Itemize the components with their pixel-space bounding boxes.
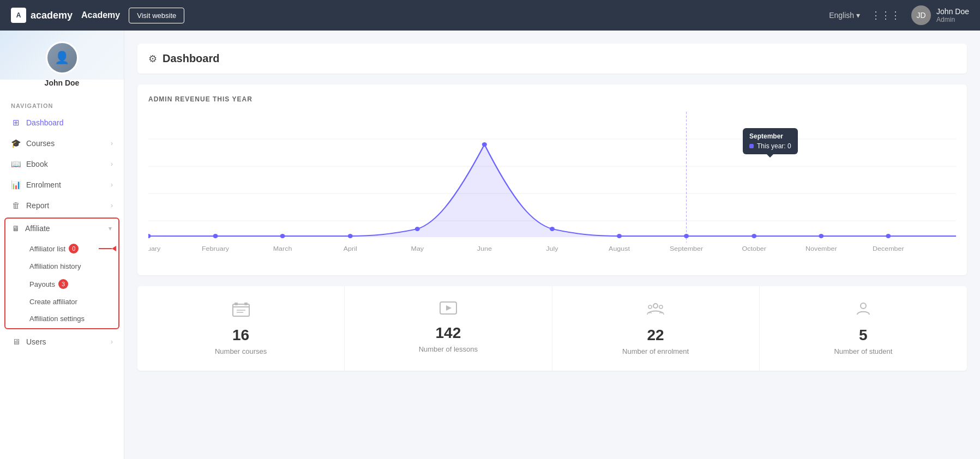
- svg-text:December: December: [873, 245, 904, 252]
- affiliation-history-label: Affiliation history: [29, 262, 81, 270]
- sidebar-item-label: Ebook: [26, 160, 48, 168]
- svg-text:July: July: [546, 245, 558, 252]
- grid-dots-icon[interactable]: ⋮⋮⋮: [871, 9, 900, 21]
- stats-row: 16 Number courses 142 Number of lessons: [137, 286, 967, 371]
- language-label: English: [829, 11, 854, 20]
- nav-section-label: NAVIGATION: [0, 96, 124, 112]
- red-arrow-indicator: [99, 246, 116, 251]
- lessons-stat-icon: [440, 301, 457, 318]
- chart-title: ADMIN REVENUE THIS YEAR: [148, 95, 956, 103]
- sidebar-item-dashboard[interactable]: ⊞ Dashboard: [0, 112, 124, 133]
- svg-text:January: January: [148, 245, 160, 252]
- svg-text:April: April: [344, 245, 357, 252]
- sidebar-item-affiliation-history[interactable]: Affiliation history: [5, 258, 118, 275]
- sidebar-item-users[interactable]: 🖥 Users ›: [0, 331, 124, 352]
- svg-point-11: [617, 234, 622, 238]
- sidebar-item-create-affiliator[interactable]: Create affiliator: [5, 293, 118, 310]
- sidebar-item-label: Enrolment: [26, 180, 61, 189]
- enrolment-stat-icon: [647, 301, 664, 320]
- logo-icon: A: [11, 8, 26, 23]
- svg-rect-32: [244, 303, 248, 305]
- page-title: Dashboard: [163, 52, 219, 65]
- user-info: JD John Doe Admin: [911, 5, 969, 25]
- sidebar-item-affiliation-settings[interactable]: Affiliation settings: [5, 310, 118, 327]
- affiliation-settings-label: Affiliation settings: [29, 315, 85, 323]
- courses-icon: 🎓: [11, 138, 21, 148]
- layout: 👤 John Doe NAVIGATION ⊞ Dashboard 🎓 Cour…: [0, 31, 980, 459]
- chevron-down-icon: ▾: [109, 225, 112, 232]
- chevron-down-icon: ▾: [856, 11, 860, 20]
- stat-enrolment: 22 Number of enrolment: [552, 286, 760, 371]
- sidebar-item-ebook[interactable]: 📖 Ebook ›: [0, 154, 124, 174]
- user-name: John Doe: [936, 7, 969, 16]
- students-stat-label: Number of student: [834, 347, 892, 355]
- svg-text:March: March: [273, 245, 292, 252]
- ebook-icon: 📖: [11, 159, 21, 169]
- sidebar-item-enrolment[interactable]: 📊 Enrolment ›: [0, 174, 124, 195]
- sidebar-profile: 👤 John Doe: [0, 31, 124, 96]
- chevron-right-icon: ›: [111, 140, 113, 147]
- svg-point-10: [550, 227, 555, 231]
- svg-text:February: February: [202, 245, 229, 252]
- enrolment-stat-number: 22: [647, 327, 664, 344]
- tooltip-month: September: [749, 132, 791, 140]
- svg-text:October: October: [742, 245, 766, 252]
- tooltip-dot: [749, 144, 754, 148]
- enrolment-stat-label: Number of enrolment: [622, 347, 689, 355]
- navbar-right: English ▾ ⋮⋮⋮ JD John Doe Admin: [829, 5, 969, 25]
- payouts-label: Payouts: [29, 280, 55, 288]
- lessons-stat-label: Number of lessons: [419, 345, 478, 353]
- chevron-right-icon: ›: [111, 181, 113, 189]
- stat-students: 5 Number of student: [760, 286, 967, 371]
- svg-text:June: June: [477, 245, 492, 252]
- red-arrow-head: [112, 246, 116, 251]
- svg-point-40: [861, 303, 866, 309]
- svg-point-14: [819, 234, 823, 238]
- revenue-chart: January February March April May June Ju…: [148, 112, 956, 253]
- svg-text:November: November: [805, 245, 837, 252]
- main-content: ⚙ Dashboard ADMIN REVENUE THIS YEAR Sept…: [124, 31, 980, 459]
- chevron-right-icon: ›: [111, 338, 113, 346]
- affiliate-menu: 🖥 Affiliate ▾ Affiliator list 0: [4, 218, 119, 329]
- svg-point-13: [751, 234, 756, 238]
- page-header: ⚙ Dashboard: [137, 44, 967, 74]
- red-arrow-line: [99, 248, 112, 249]
- students-stat-icon: [856, 301, 871, 320]
- svg-point-38: [648, 305, 652, 309]
- svg-point-4: [148, 234, 151, 238]
- visit-website-button[interactable]: Visit website: [129, 8, 184, 23]
- create-affiliator-label: Create affiliator: [29, 298, 77, 306]
- courses-stat-label: Number courses: [215, 347, 267, 355]
- svg-point-15: [886, 234, 891, 238]
- svg-point-7: [348, 234, 353, 238]
- affiliate-icon: 🖥: [12, 224, 20, 233]
- svg-point-8: [415, 227, 420, 231]
- sidebar-item-affiliate[interactable]: 🖥 Affiliate ▾: [5, 219, 118, 238]
- svg-point-6: [280, 234, 285, 238]
- navbar: A academy Academy Visit website English …: [0, 0, 980, 31]
- svg-text:May: May: [411, 245, 424, 252]
- sidebar: 👤 John Doe NAVIGATION ⊞ Dashboard 🎓 Cour…: [0, 31, 124, 459]
- user-role: Admin: [936, 16, 969, 23]
- affiliator-list-label: Affiliator list: [29, 245, 65, 253]
- enrolment-icon: 📊: [11, 180, 21, 190]
- dashboard-icon: ⊞: [11, 118, 21, 128]
- profile-avatar: 👤: [46, 41, 79, 74]
- sidebar-item-courses[interactable]: 🎓 Courses ›: [0, 133, 124, 154]
- lessons-stat-number: 142: [436, 324, 461, 342]
- sidebar-item-label: Report: [26, 201, 49, 210]
- svg-text:September: September: [670, 245, 703, 252]
- sidebar-item-report[interactable]: 🗑 Report ›: [0, 195, 124, 215]
- svg-text:August: August: [609, 245, 630, 252]
- svg-point-9: [482, 142, 487, 147]
- stat-courses: 16 Number courses: [137, 286, 345, 371]
- app-name: academy: [31, 10, 73, 21]
- svg-point-5: [213, 234, 218, 238]
- svg-point-39: [659, 305, 663, 309]
- language-selector[interactable]: English ▾: [829, 11, 860, 20]
- sidebar-item-affiliator-list[interactable]: Affiliator list 0: [5, 239, 99, 258]
- sidebar-item-label: Dashboard: [26, 118, 64, 127]
- brand: A academy: [11, 8, 73, 23]
- app-title: Academy: [81, 10, 120, 20]
- sidebar-item-payouts[interactable]: Payouts 3: [5, 275, 118, 293]
